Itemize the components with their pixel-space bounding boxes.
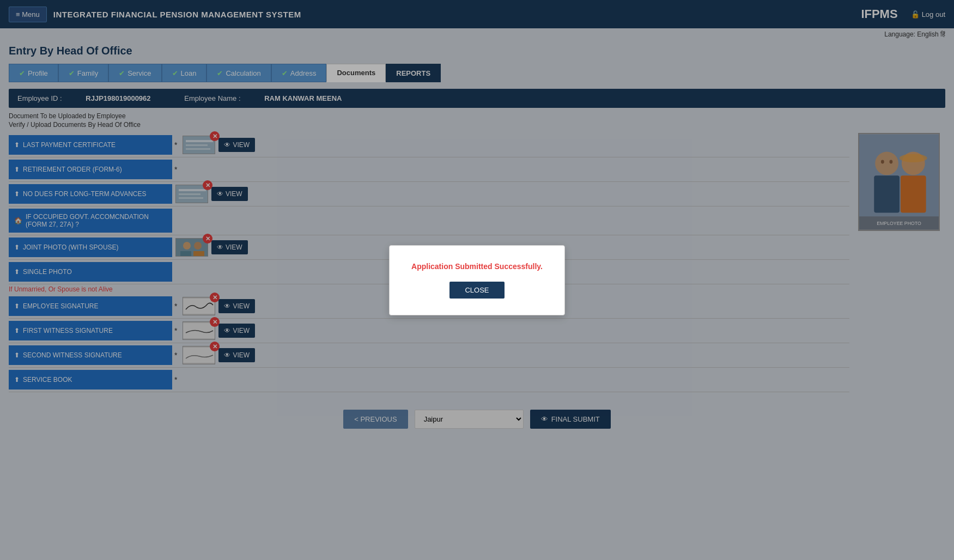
modal-box: Application Submitted Successfully. CLOS… — [389, 245, 565, 315]
modal-overlay: Application Submitted Successfully. CLOS… — [0, 0, 954, 437]
modal-close-button[interactable]: CLOSE — [449, 282, 504, 299]
modal-message: Application Submitted Successfully. — [411, 262, 543, 271]
